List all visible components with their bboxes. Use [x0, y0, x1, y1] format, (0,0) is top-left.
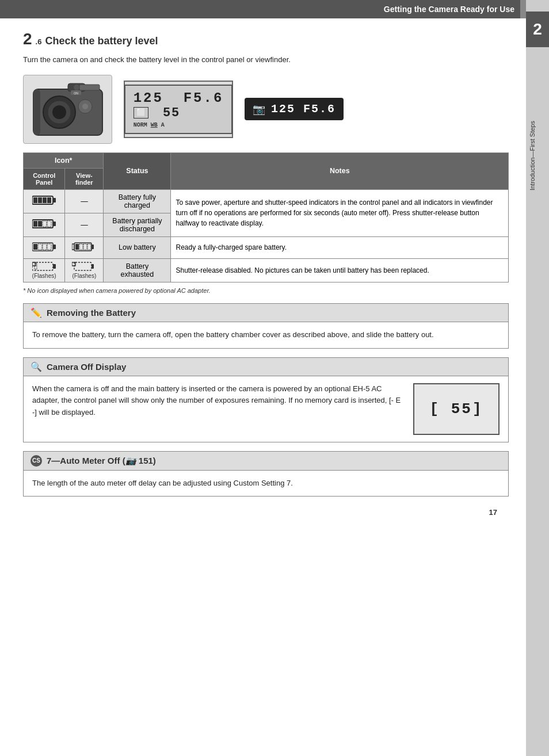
lcd-panel-display: 125 F5.6 ⬜ 55 NORM WB A [124, 81, 233, 138]
table-footnote: * No icon displayed when camera powered … [23, 287, 509, 294]
section-number: 2 [23, 30, 32, 48]
auto-meter-header: CS 7—Auto Meter Off (📷 151) [24, 452, 508, 471]
svg-rect-14 [33, 197, 37, 203]
status-exhausted: Battery exhausted [104, 258, 171, 282]
removing-battery-body: To remove the battery, turn the camera o… [24, 322, 508, 348]
notes-full-partial: To save power, aperture and shutter-spee… [171, 189, 509, 236]
auto-meter-title: 7—Auto Meter Off (📷 151) [47, 456, 156, 466]
svg-rect-35 [83, 244, 87, 250]
svg-rect-26 [33, 244, 37, 250]
cp-bat-exhausted-container: (Flashes) [26, 261, 62, 279]
svg-rect-25 [53, 245, 56, 249]
svg-point-9 [82, 104, 88, 109]
svg-rect-42 [74, 262, 92, 270]
svg-rect-39 [53, 264, 56, 269]
svg-rect-27 [38, 244, 42, 250]
cp-icon-low [24, 236, 65, 258]
svg-rect-11 [79, 85, 100, 90]
vf-icon-low [65, 236, 104, 258]
svg-rect-21 [38, 221, 42, 227]
notes-low: Ready a fully-charged spare battery. [171, 236, 509, 258]
section-description: Turn the camera on and check the battery… [23, 54, 509, 66]
camera-body-image: ON [23, 75, 112, 144]
svg-rect-10 [33, 89, 40, 135]
camera-off-title: Camera Off Display [47, 362, 126, 372]
section-heading: 2 .6 Check the battery level [23, 30, 509, 48]
lcd-top-row: 125 F5.6 [134, 90, 224, 106]
status-partial: Battery partially discharged [104, 213, 171, 236]
viewfinder-label: View-finder [65, 168, 104, 189]
cp-flashes-label: (Flashes) [32, 273, 56, 279]
header-title: Getting the Camera Ready for Use [384, 5, 514, 14]
auto-meter-body: The length of the auto meter off delay c… [24, 471, 508, 497]
camera-off-lcd: [ 55] [413, 383, 500, 435]
viewfinder-display: 📷 125 F5.6 [245, 98, 344, 120]
svg-rect-43 [92, 264, 94, 269]
svg-rect-23 [47, 221, 51, 227]
svg-rect-15 [38, 197, 42, 203]
top-header: Getting the Camera Ready for Use [0, 0, 549, 18]
svg-rect-16 [43, 197, 47, 203]
vf-icon-partial-dash: — [65, 213, 104, 236]
right-sidebar: 2 Introduction—First Steps [526, 0, 549, 756]
lcd-mid: ⬜ 55 [134, 106, 224, 120]
camera-svg: ON [28, 78, 108, 141]
camera-off-section: 🔍 Camera Off Display When the camera is … [23, 357, 509, 442]
removing-battery-section: ✏️ Removing the Battery To remove the ba… [23, 303, 509, 349]
svg-rect-28 [43, 244, 47, 250]
section-sub: .6 [36, 37, 42, 46]
status-header: Status [104, 152, 171, 189]
chapter-number: 2 [526, 12, 549, 47]
svg-rect-32 [92, 245, 94, 249]
section-title: Check the battery level [45, 35, 158, 47]
sidebar-tab-text: Introduction—First Steps [526, 115, 549, 196]
removing-battery-header: ✏️ Removing the Battery [24, 304, 508, 322]
control-panel-label: Control Panel [24, 168, 65, 189]
removing-battery-title: Removing the Battery [47, 308, 136, 318]
vf-bat-exhausted-container: (Flashes) [67, 261, 101, 279]
auto-meter-text: The length of the auto meter off delay c… [32, 478, 500, 490]
vf-icon-exhausted: (Flashes) [65, 258, 104, 282]
notes-header: Notes [171, 152, 509, 189]
cp-icon-partial [24, 213, 65, 236]
camera-off-header: 🔍 Camera Off Display [24, 358, 508, 376]
camera-images-row: ON 125 F5.6 ⬜ 55 NOR [23, 75, 509, 144]
main-content: 2 .6 Check the battery level Turn the ca… [0, 18, 526, 528]
status-low: Low battery [104, 236, 171, 258]
svg-rect-17 [47, 197, 51, 203]
svg-rect-36 [87, 244, 91, 250]
cp-icon-full [24, 189, 65, 213]
removing-battery-text: To remove the battery, turn the camera o… [32, 329, 500, 341]
svg-text:ON: ON [74, 91, 78, 95]
vf-icon-full-dash: — [65, 189, 104, 213]
table-row: — Battery fully charged To save power, a… [24, 189, 509, 213]
svg-rect-34 [79, 244, 83, 250]
vf-flashes-label: (Flashes) [73, 273, 97, 279]
svg-rect-20 [33, 221, 37, 227]
auto-meter-section: CS 7—Auto Meter Off (📷 151) The length o… [23, 451, 509, 497]
icon-header: Icon* [24, 152, 104, 168]
battery-table: Icon* Status Notes Control Panel View-fi… [23, 152, 509, 282]
svg-rect-19 [53, 222, 56, 226]
notes-exhausted: Shutter-release disabled. No pictures ca… [171, 258, 509, 282]
status-full: Battery fully charged [104, 189, 171, 213]
custom-setting-icon: CS [30, 455, 42, 467]
table-row: (Flashes) (Flashes) Battery exhausted Sh… [24, 258, 509, 282]
svg-rect-41 [32, 262, 36, 266]
table-row: Low battery Ready a fully-charged spare … [24, 236, 509, 258]
camera-off-text: When the camera is off and the main batt… [32, 383, 402, 419]
page-number: 17 [23, 508, 509, 517]
camera-off-icon: 🔍 [30, 361, 42, 372]
svg-rect-37 [72, 244, 74, 250]
svg-rect-13 [53, 198, 56, 203]
cp-icon-exhausted: (Flashes) [24, 258, 65, 282]
svg-point-3 [52, 105, 66, 119]
svg-rect-29 [47, 244, 51, 250]
lcd-exposure-display: [ 55] [429, 400, 483, 418]
svg-point-5 [74, 85, 79, 90]
camera-off-content: When the camera is off and the main batt… [24, 376, 508, 442]
pencil-icon: ✏️ [30, 307, 42, 318]
svg-rect-33 [75, 244, 79, 250]
svg-rect-22 [43, 221, 47, 227]
